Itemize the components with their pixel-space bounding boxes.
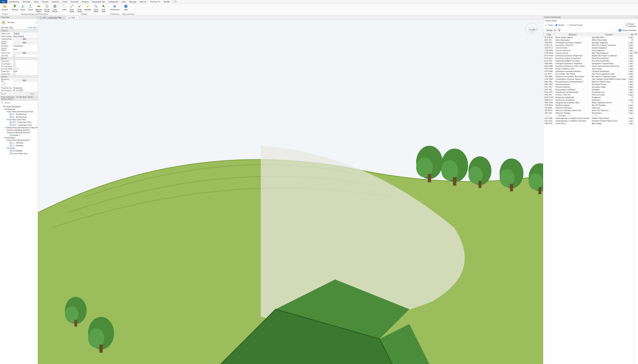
menu-item-modify[interactable]: Modify [162, 0, 171, 3]
table-row[interactable]: CAL KARCalamagrostis x acutiflora 'Karl … [544, 117, 634, 120]
crop-region-checkbox[interactable] [13, 63, 15, 65]
tree-row[interactable]: −Architectural [0, 108, 38, 110]
table-row[interactable]: PRO PKIProtea x 'Pink Ice'Pink Ice Prote… [544, 94, 634, 96]
table-row[interactable]: CIM RACCimicifuga racemosa cordifoliaMou… [544, 41, 634, 44]
export-button[interactable]: Export [26, 4, 34, 11]
tree-toggle[interactable]: − [5, 147, 7, 149]
table-row[interactable]: HYD ANOHydrangea anomala petiolarisClimb… [544, 70, 634, 73]
highlight-button[interactable]: Highlight [83, 4, 92, 11]
menu-item-planting-f-x[interactable]: Planting F/X [148, 0, 162, 3]
tree-toggle[interactable]: − [1, 106, 3, 108]
tree-row[interactable]: −Floor Plans (Architectural Plan) [0, 110, 38, 113]
help-button[interactable]: ?Help [122, 4, 130, 11]
color-button[interactable]: Color Render [51, 4, 59, 13]
sort-asc-icon[interactable] [1, 93, 3, 95]
chevron-down-icon[interactable]: ▾ [27, 26, 28, 29]
menu-item-annotate[interactable]: Annotate [69, 0, 80, 3]
tree-row[interactable]: −3D Views [0, 147, 38, 149]
menu-item-insert[interactable]: Insert [61, 0, 69, 3]
table-row[interactable]: AST DIVAster divaricatusWhite Wood Aster… [544, 39, 634, 41]
table-row[interactable]: CAL OV2Calamagrostis x acutiflora 'Overd… [544, 120, 634, 122]
table-row[interactable]: PHL FRUPhlomis fruticosaJerusalem Sage5 … [544, 86, 634, 88]
tree-row[interactable]: −Coordination [0, 136, 38, 139]
close-icon[interactable]: × [63, 17, 64, 19]
table-row[interactable]: JUN BARJuniperus horizontalis 'Bar Harbo… [544, 75, 634, 78]
table-row[interactable]: COR X RCoreopsis x 'Red Elf'Red Elf Li'l… [544, 44, 634, 46]
projects-button[interactable]: Projects [1, 4, 9, 11]
far-clip-checkbox[interactable] [13, 65, 15, 68]
sun-path-checkbox[interactable] [13, 54, 15, 57]
menu-item-steel[interactable]: Steel [32, 0, 40, 3]
unplaced-checkbox[interactable]: Unplaced [625, 25, 636, 27]
col-botanical[interactable]: Botanical [554, 33, 591, 36]
tree-row[interactable]: L1 - Working [0, 141, 38, 144]
table-row[interactable]: FAR ARGFarfugium japonicum 'Argentea'Var… [544, 62, 634, 65]
close-icon[interactable]: × [636, 16, 637, 18]
import-button[interactable]: Import [19, 4, 26, 11]
section-box-checkbox[interactable] [13, 73, 15, 75]
edit-type-button[interactable]: Edit Type [29, 26, 37, 29]
tree-row[interactable]: L1 - Architectural [0, 113, 38, 116]
table-row[interactable]: EUP FIREuphorbia griffithii 'Fire Glow'F… [544, 60, 634, 62]
close-icon[interactable]: × [36, 16, 37, 18]
tree-row[interactable]: +Sections (Building Section) [0, 129, 38, 131]
table-row[interactable]: SAM ELDSambucus canadensisElderberry2 ga… [544, 99, 634, 101]
tree-row[interactable]: Section 1 [0, 134, 38, 136]
table-row[interactable]: VIB ARRViburnum dentatumViburnum5 gal.,P… [544, 106, 634, 109]
tree-row[interactable]: −Floor Plans (Site Plan) [0, 118, 38, 121]
edit-button[interactable]: Edit... [13, 52, 37, 54]
menu-item-add-ins[interactable]: Add-Ins [138, 0, 148, 3]
filter-select[interactable]: Shrubs [545, 29, 556, 32]
view-cube[interactable]: BACK LEFT [525, 22, 538, 35]
plant-table[interactable]: Code Botanical Common Size ALN RUGAlnus … [543, 33, 634, 364]
tree-row[interactable]: −Views (Discipline) [0, 105, 38, 108]
menu-end-icon[interactable] [173, 0, 178, 4]
table-row[interactable]: PAE OBOPaeonia obovataWoodland Peony1 ga… [544, 83, 634, 86]
table-row[interactable]: LOR DWFLoropetalum chinense 'Hakuou'Jazz… [544, 78, 634, 80]
viewport-3d[interactable]: BACK LEFT [38, 20, 543, 364]
edit-button[interactable]: Edit... [13, 79, 37, 82]
tab-lp1-landscape-plan[interactable]: LP1 - Landscape Plan× [38, 16, 66, 19]
menu-item-structure[interactable]: Structure [21, 0, 32, 3]
table-row[interactable]: STR REGStrelitzia reginaeBird Of Paradis… [544, 104, 634, 106]
menu-item-collaborate[interactable]: Collaborate [107, 0, 120, 3]
tree-row[interactable]: LP1 - Landscape Plan [0, 121, 38, 124]
table-row[interactable]: PAE MOLPaeonia daurica mlokosewitschiiMo… [544, 80, 634, 83]
close-icon[interactable]: × [36, 97, 37, 99]
menu-item-systems[interactable]: Systems [50, 0, 61, 3]
table-row[interactable]: POL ACRPolystichum acrostichoidesChristm… [544, 91, 634, 94]
table-row[interactable]: PHY NI2Physocarpus opulifoliusNinebark3 … [544, 88, 634, 91]
adjacent-button[interactable]: Adjacent Plants [34, 4, 43, 13]
tree-toggle[interactable]: + [5, 129, 7, 131]
col-size[interactable]: Size [628, 33, 634, 36]
table-row[interactable]: SAN UAHSanguisorba tenuifolia 'Alba'Whit… [544, 101, 634, 104]
table-row[interactable]: HEU AMEHeuchera americana 'Green Spice'G… [544, 65, 634, 68]
fill-button[interactable]: Fill with Plants [43, 4, 51, 13]
tree-row[interactable]: −Floor Plans (Working Plan) [0, 139, 38, 141]
tree-row[interactable]: L2 - Architectural [0, 116, 38, 118]
radio-shrubs[interactable]: Shrubs [555, 24, 564, 26]
apply-button[interactable]: Apply [28, 92, 37, 95]
table-row[interactable]: EUO ALAEuonymus alatus 'Compactus'Dwarf … [544, 57, 634, 60]
tree-row[interactable]: +Ceiling Plans (Architectural Ceiling Pl… [0, 126, 38, 129]
preview-symbols-checkbox[interactable]: Preview Symbols [619, 29, 636, 32]
table-row[interactable]: ALN RUGAlnus incana rugosaSpeckled Alder… [544, 36, 634, 39]
planting-button[interactable]: Planting [10, 4, 19, 11]
preferences-button[interactable]: Preferences [109, 4, 120, 11]
table-row[interactable]: COR RESCornus sericeaRed Twig Dogwood1 g… [544, 52, 634, 54]
copy-along-button[interactable]: Copy Along [68, 4, 76, 13]
menu-item-manage[interactable]: Manage [128, 0, 138, 3]
radio-ground-covers[interactable]: Ground Covers [567, 24, 583, 26]
table-row[interactable]: VIB LENViburnum lentagoNannyberry5 gal.,… [544, 112, 634, 114]
detail-level-input[interactable] [13, 32, 37, 35]
table-row[interactable]: COR FLOCornus floridaEastern Dogwood2 ga… [544, 46, 634, 49]
tree-row[interactable]: L2 - Working [0, 144, 38, 147]
tree-row[interactable]: Cover Sheet View [0, 152, 38, 155]
sort-desc-icon[interactable] [4, 93, 6, 95]
tree-toggle[interactable]: − [5, 132, 7, 134]
tree-toggle[interactable]: − [5, 139, 7, 141]
table-row[interactable]: --------------- Grasses ----------------… [544, 114, 634, 117]
tree-row[interactable]: 3D Realistic [0, 149, 38, 152]
menu-item-massing-site[interactable]: Massing & Site [90, 0, 106, 3]
menu-item-precast[interactable]: Precast [40, 0, 50, 3]
